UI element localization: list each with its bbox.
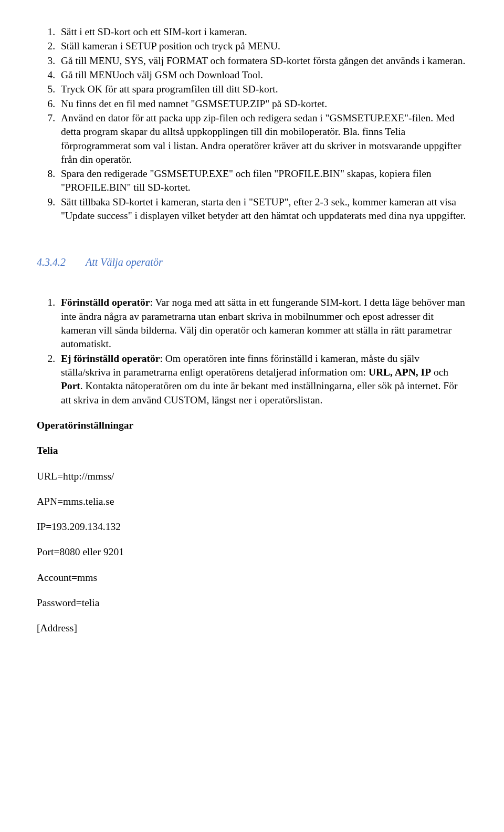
step-7: Använd en dator för att packa upp zip-fi… xyxy=(58,111,467,167)
step-5: Tryck OK för att spara programfilen till… xyxy=(58,82,467,96)
option-2-port: Port xyxy=(61,380,80,391)
option-2: Ej förinställd operatör: Om operatören i… xyxy=(58,352,467,407)
numbered-steps-list: Sätt i ett SD-kort och ett SIM-kort i ka… xyxy=(37,25,467,223)
option-2-title: Ej förinställd operatör xyxy=(61,353,160,364)
setting-port: Port=8080 eller 9201 xyxy=(37,545,467,559)
provider-name: Telia xyxy=(37,444,467,457)
operator-options-list: Förinställd operatör: Var noga med att s… xyxy=(37,296,467,407)
section-heading: 4.3.4.2Att Välja operatör xyxy=(37,255,467,269)
option-2-params: URL, APN, IP xyxy=(369,367,431,378)
setting-ip: IP=193.209.134.132 xyxy=(37,520,467,534)
option-2-text-c: . Kontakta nätoperatören om du inte är b… xyxy=(61,380,457,405)
setting-password: Password=telia xyxy=(37,596,467,610)
step-3: Gå till MENU, SYS, välj FORMAT och forma… xyxy=(58,54,467,68)
setting-apn: APN=mms.telia.se xyxy=(37,495,467,508)
settings-heading: Operatörinställningar xyxy=(37,419,467,432)
option-1: Förinställd operatör: Var noga med att s… xyxy=(58,296,467,351)
setting-account: Account=mms xyxy=(37,571,467,585)
option-2-text-b: och xyxy=(431,367,448,378)
section-title: Att Välja operatör xyxy=(86,256,163,268)
step-4: Gå till MENUoch välj GSM och Download To… xyxy=(58,68,467,82)
option-1-title: Förinställd operatör xyxy=(61,297,150,308)
setting-address: [Address] xyxy=(37,621,467,635)
step-1: Sätt i ett SD-kort och ett SIM-kort i ka… xyxy=(58,25,467,39)
step-8: Spara den redigerade "GSMSETUP.EXE" och … xyxy=(58,167,467,195)
step-6: Nu finns det en fil med namnet "GSMSETUP… xyxy=(58,97,467,111)
step-2: Ställ kameran i SETUP position och tryck… xyxy=(58,39,467,53)
setting-url: URL=http://mmss/ xyxy=(37,470,467,483)
step-9: Sätt tillbaka SD-kortet i kameran, start… xyxy=(58,195,467,223)
section-number: 4.3.4.2 xyxy=(37,255,66,269)
